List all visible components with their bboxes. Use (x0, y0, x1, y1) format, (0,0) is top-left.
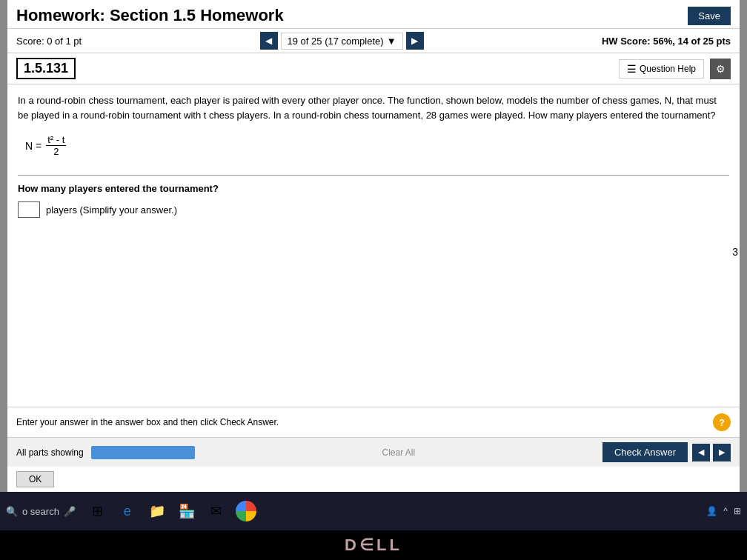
ok-button[interactable]: OK (16, 471, 54, 487)
question-help-label: Question Help (640, 64, 696, 74)
answer-row: players (Simplify your answer.) (18, 201, 729, 218)
answer-input[interactable] (18, 201, 40, 218)
search-icon: 🔍 (6, 506, 18, 517)
mic-icon: 🎤 (64, 506, 76, 517)
page-title: Homework: Section 1.5 Homework (16, 6, 284, 25)
hw-score: HW Score: 56%, 14 of 25 pts (602, 36, 731, 47)
taskbar-folder-icon[interactable]: 📁 (147, 501, 167, 521)
taskbar-right: 👤 ^ ⊞ (706, 506, 741, 516)
side-number: 3 (732, 246, 738, 258)
gear-icon: ⚙ (716, 63, 726, 75)
formula-prefix: N = (25, 140, 42, 152)
taskbar: 🔍 o search 🎤 ⊞ e 📁 🏪 ✉ 👤 ^ ⊞ (0, 492, 747, 530)
progress-dropdown[interactable]: 19 of 25 (17 complete) ▼ (281, 33, 403, 50)
question-help-area: ☰ Question Help ⚙ (619, 59, 731, 79)
work-area (18, 218, 729, 398)
search-area: 🔍 o search 🎤 (6, 506, 76, 517)
save-button[interactable]: Save (688, 7, 731, 25)
screen: Homework: Section 1.5 Homework Save Scor… (0, 0, 747, 560)
all-parts-label: All parts showing (16, 447, 84, 458)
header: Homework: Section 1.5 Homework Save (7, 0, 740, 29)
taskbar-time: ⊞ (734, 506, 741, 516)
fraction-denominator: 2 (52, 146, 60, 157)
bottom-controls: All parts showing Clear All Check Answer… (7, 437, 740, 467)
question-number: 1.5.131 (16, 58, 76, 79)
problem-area: In a round-robin chess tournament, each … (7, 84, 740, 407)
formula-area: N = t² - t 2 (25, 134, 729, 157)
score-label: Score: 0 of 1 pt (16, 36, 82, 47)
taskbar-chrome-icon[interactable] (236, 501, 256, 521)
bottom-next-button[interactable]: ▶ (713, 444, 731, 461)
score-row: Score: 0 of 1 pt ◀ 19 of 25 (17 complete… (7, 29, 740, 53)
formula-fraction: t² - t 2 (46, 134, 66, 157)
all-parts-area: All parts showing (16, 446, 195, 459)
brand-logo: D∈LL (345, 536, 402, 555)
question-help-button[interactable]: ☰ Question Help (619, 59, 704, 79)
right-strip (740, 0, 747, 492)
taskbar-store-icon[interactable]: 🏪 (176, 501, 197, 521)
taskbar-mail-icon[interactable]: ✉ (206, 501, 227, 521)
taskbar-edge-icon[interactable]: e (117, 501, 138, 521)
prev-button[interactable]: ◀ (260, 32, 278, 50)
bottom-nav: ◀ ▶ (692, 444, 731, 461)
search-label: o search (22, 506, 59, 517)
bottom-prev-button[interactable]: ◀ (692, 444, 710, 461)
instruction-text: Enter your answer in the answer box and … (16, 417, 279, 427)
ok-row: OK (7, 467, 740, 492)
progress-bar (91, 446, 195, 459)
check-answer-button[interactable]: Check Answer (602, 442, 688, 462)
answer-suffix: players (Simplify your answer.) (46, 204, 177, 216)
nav-controls: ◀ 19 of 25 (17 complete) ▼ ▶ (260, 32, 424, 50)
taskbar-person-icon: 👤 (706, 506, 717, 516)
list-icon: ☰ (627, 63, 637, 75)
next-button[interactable]: ▶ (406, 32, 424, 50)
taskbar-icons: ⊞ e 📁 🏪 ✉ (87, 501, 256, 521)
left-strip (0, 0, 7, 492)
divider (18, 175, 729, 176)
brand-bar: D∈LL (0, 530, 747, 560)
progress-text: 19 of 25 (17 complete) (288, 36, 384, 47)
help-circle-button[interactable]: ? (713, 413, 731, 431)
dropdown-arrow-icon: ▼ (387, 36, 396, 47)
bottom-instruction: Enter your answer in the answer box and … (7, 407, 740, 437)
gear-button[interactable]: ⚙ (710, 59, 731, 79)
question-num-row: 1.5.131 ☰ Question Help ⚙ (7, 53, 740, 84)
taskbar-start-icon[interactable]: ⊞ (87, 501, 108, 521)
clear-all-button[interactable]: Clear All (382, 447, 415, 458)
problem-text: In a round-robin chess tournament, each … (18, 93, 729, 122)
sub-question: How many players entered the tournament? (18, 183, 729, 194)
fraction-numerator: t² - t (46, 134, 66, 146)
taskbar-chevron-up-icon: ^ (723, 506, 728, 516)
